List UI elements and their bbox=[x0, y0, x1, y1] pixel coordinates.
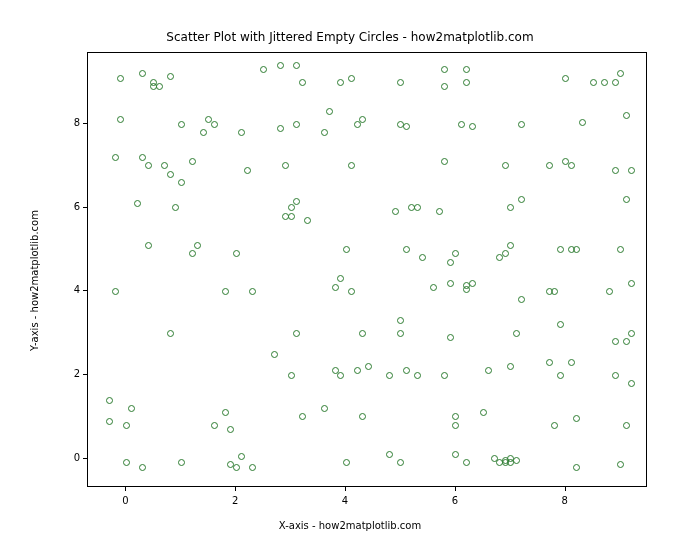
data-point bbox=[386, 372, 393, 379]
x-tick-label: 4 bbox=[335, 495, 355, 506]
data-point bbox=[354, 367, 361, 374]
x-axis-label: X-axis - how2matplotlib.com bbox=[0, 520, 700, 531]
data-point bbox=[200, 129, 207, 136]
data-point bbox=[293, 62, 300, 69]
data-point bbox=[359, 116, 366, 123]
data-point bbox=[343, 246, 350, 253]
data-point bbox=[623, 196, 630, 203]
x-tick-mark bbox=[455, 487, 456, 491]
data-point bbox=[568, 359, 575, 366]
data-point bbox=[469, 123, 476, 130]
data-point bbox=[397, 79, 404, 86]
data-point bbox=[612, 338, 619, 345]
data-point bbox=[386, 451, 393, 458]
data-point bbox=[623, 112, 630, 119]
data-point bbox=[601, 79, 608, 86]
data-point bbox=[513, 330, 520, 337]
data-point bbox=[502, 162, 509, 169]
data-point bbox=[106, 397, 113, 404]
data-point bbox=[139, 70, 146, 77]
data-point bbox=[299, 79, 306, 86]
data-point bbox=[590, 79, 597, 86]
data-point bbox=[397, 459, 404, 466]
data-point bbox=[348, 75, 355, 82]
data-point bbox=[359, 413, 366, 420]
data-point bbox=[557, 246, 564, 253]
data-point bbox=[507, 363, 514, 370]
data-point bbox=[337, 79, 344, 86]
y-tick-mark bbox=[83, 458, 87, 459]
data-point bbox=[299, 413, 306, 420]
y-tick-label: 8 bbox=[60, 117, 80, 128]
data-point bbox=[112, 154, 119, 161]
data-point bbox=[562, 75, 569, 82]
data-point bbox=[304, 217, 311, 224]
data-point bbox=[436, 208, 443, 215]
data-point bbox=[403, 246, 410, 253]
y-tick-label: 6 bbox=[60, 201, 80, 212]
data-point bbox=[321, 405, 328, 412]
data-point bbox=[546, 162, 553, 169]
data-point bbox=[161, 162, 168, 169]
data-point bbox=[167, 171, 174, 178]
data-point bbox=[167, 73, 174, 80]
data-point bbox=[293, 198, 300, 205]
data-point bbox=[123, 422, 130, 429]
y-axis-label: Y-axis - how2matplotlib.com bbox=[28, 0, 40, 560]
data-point bbox=[233, 464, 240, 471]
data-point bbox=[397, 330, 404, 337]
data-point bbox=[557, 372, 564, 379]
data-point bbox=[249, 464, 256, 471]
data-point bbox=[617, 461, 624, 468]
data-point bbox=[321, 129, 328, 136]
data-point bbox=[359, 330, 366, 337]
data-point bbox=[452, 413, 459, 420]
data-point bbox=[222, 288, 229, 295]
chart-title: Scatter Plot with Jittered Empty Circles… bbox=[0, 30, 700, 44]
data-point bbox=[507, 204, 514, 211]
data-point bbox=[277, 62, 284, 69]
data-point bbox=[139, 464, 146, 471]
data-point bbox=[288, 204, 295, 211]
data-point bbox=[419, 254, 426, 261]
data-point bbox=[628, 330, 635, 337]
data-point bbox=[194, 242, 201, 249]
data-point bbox=[260, 66, 267, 73]
data-point bbox=[403, 123, 410, 130]
data-point bbox=[112, 288, 119, 295]
data-point bbox=[447, 259, 454, 266]
data-point bbox=[452, 250, 459, 257]
data-point bbox=[463, 79, 470, 86]
data-point bbox=[551, 288, 558, 295]
data-point bbox=[123, 459, 130, 466]
data-point bbox=[612, 79, 619, 86]
data-point bbox=[507, 242, 514, 249]
data-point bbox=[513, 457, 520, 464]
y-tick-label: 0 bbox=[60, 452, 80, 463]
data-point bbox=[447, 280, 454, 287]
data-point bbox=[293, 121, 300, 128]
data-point bbox=[557, 321, 564, 328]
data-point bbox=[573, 415, 580, 422]
data-point bbox=[227, 426, 234, 433]
data-point bbox=[167, 330, 174, 337]
x-tick-label: 0 bbox=[115, 495, 135, 506]
data-point bbox=[271, 351, 278, 358]
data-point bbox=[403, 367, 410, 374]
data-point bbox=[211, 422, 218, 429]
data-point bbox=[365, 363, 372, 370]
data-point bbox=[452, 422, 459, 429]
data-point bbox=[332, 284, 339, 291]
y-tick-mark bbox=[83, 290, 87, 291]
data-point bbox=[469, 280, 476, 287]
data-point bbox=[337, 372, 344, 379]
y-tick-mark bbox=[83, 207, 87, 208]
data-point bbox=[441, 83, 448, 90]
data-point bbox=[414, 204, 421, 211]
data-point bbox=[452, 451, 459, 458]
data-point bbox=[244, 167, 251, 174]
data-point bbox=[441, 158, 448, 165]
data-point bbox=[628, 280, 635, 287]
data-point bbox=[238, 453, 245, 460]
data-point bbox=[551, 422, 558, 429]
